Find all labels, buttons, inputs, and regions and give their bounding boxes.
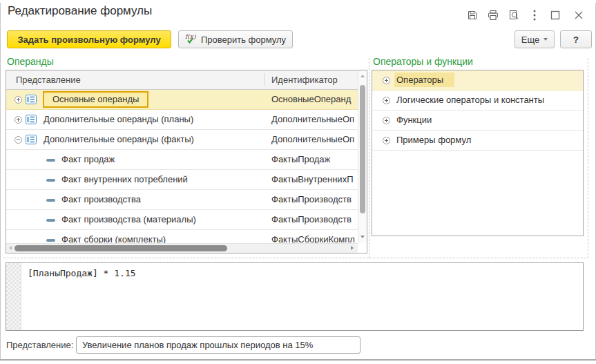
identifier-cell: ОсновныеОперанд	[265, 90, 358, 109]
fx-check-icon: f(x)	[185, 33, 197, 46]
operand-label: Факт внутренних потреблений	[61, 170, 188, 189]
operand-label: Дополнительные операнды (планы)	[44, 110, 193, 129]
more-button-label: Еще	[521, 35, 539, 45]
operand-group-icon	[26, 135, 37, 144]
table-row[interactable]: Основные операнды ОсновныеОперанд	[6, 90, 358, 110]
operators-panel-title: Операторы и функции	[373, 56, 473, 67]
close-icon[interactable]	[572, 8, 586, 22]
vertical-scrollbar-thumb[interactable]	[360, 85, 365, 213]
list-item[interactable]: Примеры формул	[372, 131, 583, 151]
collapse-minus-icon[interactable]	[15, 136, 22, 144]
set-custom-formula-label: Задать произвольную формулу	[17, 35, 160, 45]
focused-cell: Основные операнды	[43, 91, 148, 108]
expand-plus-icon[interactable]	[383, 97, 390, 104]
identifier-cell: ФактыСборкиКомпл	[265, 230, 358, 243]
scroll-up-icon[interactable]	[361, 75, 365, 77]
identifier-cell: ФактыПродаж	[265, 150, 358, 169]
operand-group-icon	[26, 115, 37, 124]
presentation-cell: Основные операнды	[6, 90, 265, 109]
presentation-cell: Факт производства (материалы)	[6, 210, 265, 229]
splitter-vertical[interactable]	[369, 58, 369, 258]
table-row[interactable]: Факт продаж ФактыПродаж	[6, 150, 358, 170]
operator-group-label: Логические операторы и константы	[396, 90, 544, 110]
presentation-cell: Дополнительные операнды (факты)	[6, 130, 265, 149]
help-button-label: ?	[573, 35, 579, 45]
horizontal-scrollbar-thumb[interactable]	[15, 245, 227, 251]
titlebar-toolbar	[465, 8, 593, 22]
chevron-down-icon	[544, 38, 548, 41]
more-button[interactable]: Еще	[515, 30, 555, 48]
column-header-presentation[interactable]: Представление	[16, 70, 81, 89]
list-item[interactable]: Логические операторы и константы	[372, 90, 583, 111]
operand-item-icon	[46, 199, 55, 202]
expand-plus-icon[interactable]	[383, 137, 390, 144]
operands-panel-title: Операнды	[7, 56, 54, 67]
svg-text:f(x): f(x)	[185, 33, 196, 40]
expand-plus-icon[interactable]	[15, 116, 22, 124]
more-vert-icon[interactable]	[528, 8, 541, 22]
presentation-cell: Факт производства	[6, 190, 265, 209]
identifier-cell: ФактыПроизводств	[265, 190, 358, 209]
print-preview-icon[interactable]	[507, 8, 521, 22]
formula-edit-window: Редактирование формулы Задать произвольн…	[0, 0, 596, 364]
focused-cell: Операторы	[394, 73, 454, 87]
operand-label: Факт сборки (комплекты)	[61, 230, 166, 243]
help-button[interactable]: ?	[560, 30, 592, 48]
column-divider[interactable]	[264, 73, 265, 86]
formula-text[interactable]: [ПланыПродаж] * 1.15	[28, 268, 136, 278]
table-row[interactable]: Факт производства ФактыПроизводств	[6, 190, 358, 210]
presentation-cell: Факт сборки (комплекты)	[6, 230, 265, 243]
presentation-cell: Дополнительные операнды (планы)	[6, 110, 265, 129]
check-formula-button[interactable]: f(x) Проверить формулу	[178, 30, 293, 48]
identifier-cell: ФактыПроизводств	[265, 210, 358, 229]
expand-plus-icon[interactable]	[15, 96, 22, 104]
column-header-identifier[interactable]: Идентификатор	[271, 70, 338, 89]
presentation-cell: Факт внутренних потреблений	[6, 170, 265, 189]
operand-label: Основные операнды	[52, 94, 139, 104]
set-custom-formula-button[interactable]: Задать произвольную формулу	[7, 30, 171, 48]
splitter-vertical-right[interactable]	[588, 58, 588, 258]
table-row[interactable]: Факт сборки (комплекты) ФактыСборкиКомпл	[6, 230, 358, 243]
table-row[interactable]: Факт производства (материалы) ФактыПроиз…	[6, 210, 358, 230]
operand-label: Факт производства	[61, 190, 141, 209]
table-row[interactable]: Дополнительные операнды (факты) Дополнит…	[6, 130, 358, 150]
operand-label: Факт производства (материалы)	[61, 210, 196, 229]
presentation-cell: Факт продаж	[6, 150, 265, 169]
scroll-left-icon[interactable]	[9, 246, 12, 250]
identifier-cell: ФактыВнутреннихП	[265, 170, 358, 189]
scroll-down-icon[interactable]	[361, 236, 365, 238]
identifier-cell: ДополнительныеОп	[265, 130, 358, 149]
identifier-cell: ДополнительныеОп	[265, 110, 358, 129]
operands-table-header: Представление Идентификатор	[6, 70, 367, 90]
expand-plus-icon[interactable]	[383, 117, 390, 124]
operand-group-icon	[26, 95, 37, 104]
operand-label: Дополнительные операнды (факты)	[44, 130, 194, 149]
window-bottom-border	[0, 359, 596, 361]
check-formula-label: Проверить формулу	[201, 35, 286, 45]
editor-gutter	[6, 263, 21, 330]
formula-editor[interactable]: [ПланыПродаж] * 1.15	[6, 262, 584, 331]
operand-label: Факт продаж	[61, 150, 115, 169]
list-item[interactable]: Функции	[372, 111, 583, 131]
list-item[interactable]: Операторы	[372, 70, 583, 90]
operator-group-label: Функции	[396, 111, 432, 130]
vertical-scrollbar[interactable]	[358, 70, 367, 243]
presentation-input[interactable]	[76, 336, 361, 354]
window-title: Редактирование формулы	[8, 4, 152, 18]
print-icon[interactable]	[486, 8, 500, 22]
table-row[interactable]: Дополнительные операнды (планы) Дополнит…	[6, 110, 358, 130]
scroll-right-icon[interactable]	[351, 246, 354, 250]
operands-table: Представление Идентификатор Основные опе…	[6, 70, 367, 253]
save-icon[interactable]	[465, 8, 479, 22]
expand-plus-icon[interactable]	[383, 77, 390, 84]
operand-item-icon	[46, 159, 55, 162]
presentation-label: Представление:	[6, 340, 73, 350]
operand-item-icon	[46, 219, 55, 222]
horizontal-scrollbar[interactable]	[6, 243, 358, 253]
operand-item-icon	[46, 239, 55, 242]
maximize-icon[interactable]	[548, 8, 562, 22]
operators-list: Операторы Логические операторы и констан…	[372, 70, 584, 236]
splitter-horizontal[interactable]	[3, 258, 586, 258]
table-row[interactable]: Факт внутренних потреблений ФактыВнутрен…	[6, 170, 358, 190]
operands-table-body: Основные операнды ОсновныеОперанд Дополн…	[6, 90, 358, 243]
